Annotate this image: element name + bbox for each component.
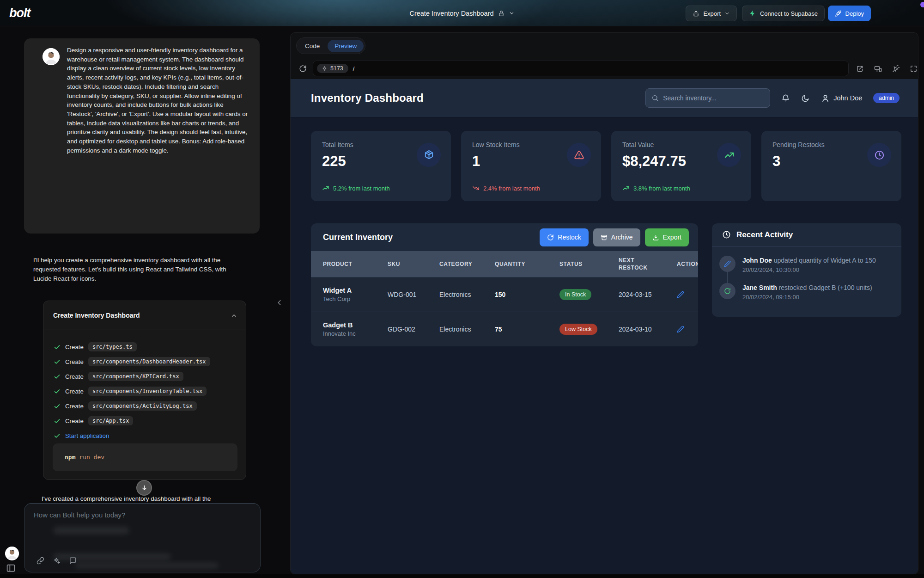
terminal-command-block: npm run dev (53, 443, 237, 471)
search-input[interactable] (663, 94, 764, 102)
user-avatar (43, 48, 60, 65)
role-badge[interactable]: admin (873, 93, 900, 103)
user-message: Design a responsive and user-friendly in… (24, 38, 260, 234)
activity-header: Recent Activity (712, 223, 901, 246)
step-action: Create (65, 358, 84, 365)
plan-step: Create src/components/DashboardHeader.ts… (54, 356, 210, 367)
command-args: run dev (79, 454, 104, 461)
recent-activity-panel: Recent Activity John Doe updated quantit… (712, 223, 901, 317)
assistant-outro: I've created a comprehensive inventory d… (42, 495, 249, 502)
bell-icon[interactable] (781, 94, 790, 103)
user-avatar-small[interactable] (5, 547, 19, 560)
connect-supabase-button[interactable]: Connect to Supabase (742, 6, 825, 21)
workspace: Code Preview 5173 / (290, 32, 918, 574)
category-cell: Electronics (439, 291, 495, 298)
user-icon (821, 94, 830, 103)
preview-iframe: Inventory Dashboard John Doe admin (291, 79, 918, 574)
deploy-button[interactable]: Deploy (828, 6, 871, 21)
step-file[interactable]: src/App.tsx (88, 416, 133, 425)
kpi-trend: 3.8% from last month (622, 184, 690, 192)
sparkles-icon[interactable] (53, 557, 61, 565)
tab-preview[interactable]: Preview (328, 40, 364, 52)
trending-down-icon (472, 184, 480, 192)
plan-header[interactable]: Create Inventory Dashboard (43, 301, 246, 330)
category-cell: Electronics (439, 326, 495, 333)
quantity-cell[interactable]: 150 (495, 291, 559, 298)
export-button[interactable]: Export (686, 6, 737, 21)
ghost-suggestion (53, 527, 129, 534)
step-file[interactable]: src/types.ts (88, 342, 137, 351)
plan-card: Create Inventory Dashboard Create src/ty… (43, 301, 246, 480)
ghost-suggestion (75, 563, 219, 568)
plan-step: Create src/types.ts (54, 341, 137, 352)
plan-step: Create src/components/InventoryTable.tsx (54, 386, 207, 397)
activity-item: John Doe updated quantity of Widget A to… (719, 256, 876, 273)
status-badge: Low Stock (559, 324, 597, 335)
activity-timestamp: 20/02/2024, 09:15:00 (742, 294, 872, 301)
sku-cell: WDG-001 (388, 291, 439, 298)
sku-cell: GDG-002 (388, 326, 439, 333)
chevron-down-icon (724, 11, 730, 16)
url-bar[interactable]: 5173 / (313, 61, 849, 76)
search-icon (651, 94, 659, 102)
step-file[interactable]: src/components/KPICard.tsx (88, 372, 183, 381)
chevron-down-icon[interactable] (509, 10, 515, 16)
view-toggle: Code Preview (296, 37, 365, 54)
check-icon (54, 403, 61, 410)
quantity-cell[interactable]: 75 (495, 326, 559, 333)
supplier-name: Tech Corp (323, 295, 388, 302)
collapse-chat-chevron-left[interactable] (275, 298, 284, 307)
product-name: Widget A (323, 287, 388, 294)
reload-icon[interactable] (299, 65, 307, 73)
inspect-cursor-icon[interactable] (892, 65, 900, 73)
link-icon[interactable] (36, 557, 44, 565)
col-actions: Actions (677, 260, 698, 268)
port-pill[interactable]: 5173 (317, 64, 348, 73)
activity-item: Jane Smith restocked Gadget B (+100 unit… (719, 283, 872, 301)
step-file[interactable]: src/components/ActivityLog.tsx (88, 401, 197, 411)
tab-code[interactable]: Code (298, 40, 327, 52)
export-table-button[interactable]: Export (645, 228, 689, 246)
user-chip[interactable]: John Doe (821, 94, 862, 103)
step-file[interactable]: src/components/InventoryTable.tsx (88, 387, 207, 396)
table-row[interactable]: Widget A Tech Corp WDG-001 Electronics 1… (311, 277, 698, 312)
check-icon (54, 373, 61, 380)
archive-button[interactable]: Archive (593, 228, 640, 246)
table-row[interactable]: Gadget B Innovate Inc GDG-002 Electronic… (311, 312, 698, 346)
chat-input[interactable] (34, 511, 237, 539)
edit-pencil-icon[interactable] (677, 291, 698, 298)
collapse-chevron-up-icon[interactable] (222, 301, 246, 330)
kpi-card-low-stock: Low Stock Items 1 2.4% from last month (461, 131, 601, 201)
dashboard-title: Inventory Dashboard (311, 92, 424, 105)
step-file[interactable]: src/components/DashboardHeader.tsx (88, 357, 210, 366)
trending-up-icon (322, 184, 329, 192)
activity-title: Recent Activity (736, 230, 793, 240)
fullscreen-icon[interactable] (910, 65, 918, 73)
check-icon (54, 388, 61, 395)
col-next-restock: Next Restock (619, 257, 660, 271)
open-external-icon[interactable] (856, 65, 864, 73)
trending-up-icon (717, 143, 741, 167)
panel-left-icon[interactable] (6, 563, 16, 573)
chat-icon[interactable] (69, 557, 77, 565)
kpi-card-total-items: Total Items 225 5.2% from last month (311, 131, 451, 201)
inventory-search[interactable] (645, 88, 770, 108)
start-application-link[interactable]: Start application (65, 432, 109, 439)
responsive-devices-icon[interactable] (874, 65, 882, 73)
restock-button[interactable]: Restock (540, 228, 589, 246)
kpi-card-pending-restocks: Pending Restocks 3 (761, 131, 901, 201)
refresh-icon (547, 234, 554, 241)
step-action: Create (65, 373, 84, 380)
port-number: 5173 (330, 65, 343, 72)
chat-input-box[interactable] (24, 503, 261, 572)
check-icon (54, 432, 61, 439)
edit-pencil-icon (719, 256, 736, 272)
inventory-header: Current Inventory Restock Archive Export (311, 223, 698, 251)
project-title: Create Inventory Dashboard (409, 10, 493, 17)
scroll-to-bottom-button[interactable] (136, 480, 152, 496)
restock-date-cell: 2024-03-15 (619, 291, 677, 298)
edit-pencil-icon[interactable] (677, 326, 698, 333)
notification-dot (920, 2, 924, 7)
dark-mode-toggle-moon-icon[interactable] (801, 94, 810, 103)
col-quantity: Quantity (495, 260, 536, 268)
